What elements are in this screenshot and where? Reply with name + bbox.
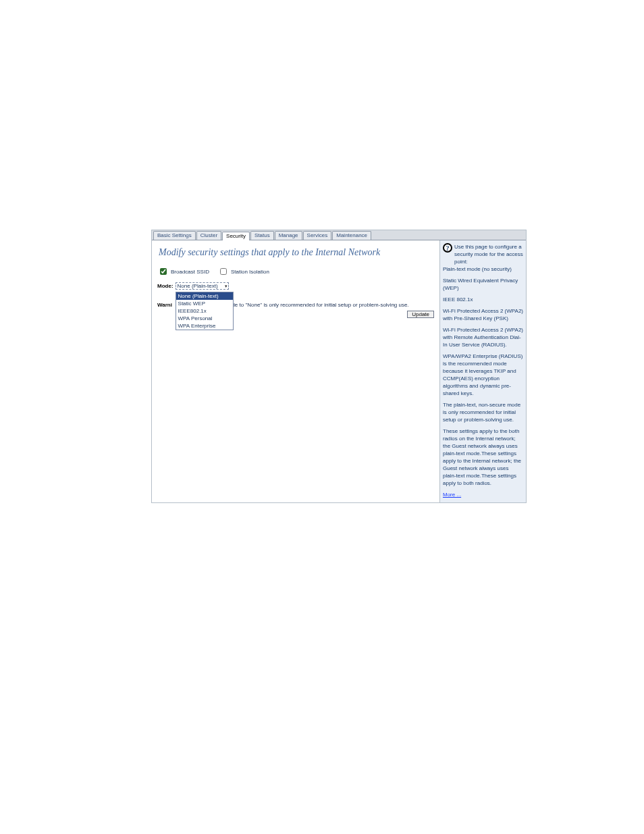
- help-p8: These settings apply to the both radios …: [443, 427, 523, 487]
- chevron-down-icon: ▾: [225, 284, 227, 289]
- tab-strip: Basic Settings Cluster Security Status M…: [152, 230, 526, 240]
- mode-label: Mode:: [157, 283, 173, 289]
- main-content: Modify security settings that apply to t…: [152, 240, 439, 502]
- tab-maintenance[interactable]: Maintenance: [332, 231, 371, 240]
- mode-option-8021x[interactable]: IEEE802.1x: [176, 307, 233, 315]
- warning-text: ode to "None" is only recommended for in…: [229, 302, 409, 308]
- mode-select[interactable]: None (Plain-text): [176, 282, 229, 290]
- page-title: Modify security settings that apply to t…: [157, 244, 434, 263]
- broadcast-ssid-label: Broadcast SSID: [171, 269, 209, 275]
- help-p5: Wi-Fi Protected Access 2 (WPA2) with Rem…: [443, 326, 523, 348]
- help-more-link[interactable]: More ...: [443, 492, 461, 498]
- tab-services[interactable]: Services: [303, 231, 332, 240]
- mode-option-wpa-enterprise[interactable]: WPA Enterprise: [176, 322, 233, 330]
- tab-basic-settings[interactable]: Basic Settings: [153, 231, 196, 240]
- help-p1: Plain-text mode (no security): [443, 265, 523, 273]
- mode-option-wpa-personal[interactable]: WPA Personal: [176, 315, 233, 322]
- help-p3: IEEE 802.1x: [443, 296, 523, 303]
- tab-status[interactable]: Status: [250, 231, 274, 240]
- security-settings-panel: Basic Settings Cluster Security Status M…: [151, 230, 527, 503]
- station-isolation-checkbox[interactable]: [217, 266, 229, 277]
- help-p4: Wi-Fi Protected Access 2 (WPA2) with Pre…: [443, 307, 523, 322]
- help-p7: The plain-text, non-secure mode is only …: [443, 401, 523, 423]
- broadcast-ssid-checkbox[interactable]: [157, 266, 169, 277]
- warning-label: Warni: [157, 302, 172, 308]
- update-button[interactable]: Update: [407, 311, 434, 318]
- mode-option-none[interactable]: None (Plain-text): [176, 292, 233, 300]
- help-intro: Use this page to configure a security mo…: [454, 243, 523, 265]
- help-sidebar: ? Use this page to configure a security …: [439, 240, 526, 502]
- mode-dropdown-list[interactable]: None (Plain-text) Static WEP IEEE802.1x …: [176, 292, 234, 330]
- help-icon: ?: [443, 243, 452, 253]
- help-p6: WPA/WPA2 Enterprise (RADIUS) is the reco…: [443, 353, 523, 397]
- station-isolation-label: Station Isolation: [231, 269, 269, 275]
- tab-manage[interactable]: Manage: [275, 231, 302, 240]
- help-p2: Static Wired Equivalent Privacy (WEP): [443, 277, 523, 292]
- tab-cluster[interactable]: Cluster: [196, 231, 221, 240]
- mode-option-static-wep[interactable]: Static WEP: [176, 300, 233, 307]
- tab-security[interactable]: Security: [222, 232, 250, 240]
